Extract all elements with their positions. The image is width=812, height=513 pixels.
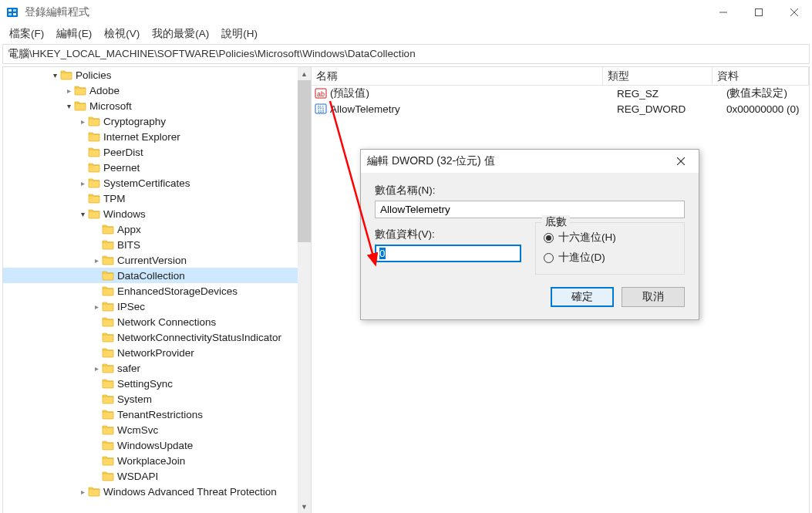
tree-item-label: Microsoft: [89, 100, 136, 112]
tree-item[interactable]: WorkplaceJoin: [3, 453, 298, 468]
radio-hex[interactable]: 十六進位(H): [544, 228, 676, 248]
titlebar: 登錄編輯程式: [0, 0, 812, 25]
tree-item[interactable]: ▸Windows Advanced Threat Protection: [3, 484, 298, 499]
col-type[interactable]: 類型: [603, 67, 713, 85]
tree-item[interactable]: TPM: [3, 191, 298, 206]
folder-icon: [74, 84, 86, 96]
tree-item[interactable]: ▸Cryptography: [3, 113, 298, 129]
tree-item[interactable]: WSDAPI: [3, 468, 298, 484]
tree-item-label: Windows: [103, 208, 150, 220]
chevron-right-icon[interactable]: ▸: [91, 364, 102, 373]
dword-value-icon: 011110: [315, 103, 327, 115]
radio-dec[interactable]: 十進位(D): [544, 248, 676, 268]
chevron-right-icon[interactable]: ▸: [91, 302, 102, 311]
scroll-thumb[interactable]: [298, 80, 311, 242]
tree-item[interactable]: PeerDist: [3, 144, 298, 160]
list-row[interactable]: ab(預設值)REG_SZ(數值未設定): [312, 86, 809, 101]
tree-item[interactable]: ▸SystemCertificates: [3, 175, 298, 191]
menu-edit[interactable]: 編輯(E): [50, 25, 98, 42]
dialog-title: 編輯 DWORD (32-位元) 值: [367, 154, 669, 168]
tree-item[interactable]: ▾Microsoft: [3, 98, 298, 113]
string-value-icon: ab: [315, 87, 327, 100]
tree-item[interactable]: DataCollection: [3, 268, 298, 283]
scroll-down-icon[interactable]: ▼: [298, 500, 311, 513]
col-data[interactable]: 資料: [713, 67, 809, 85]
value-data-input[interactable]: [375, 245, 521, 262]
value-data: (數值未設定): [726, 86, 809, 100]
tree-item[interactable]: WcmSvc: [3, 422, 298, 437]
chevron-down-icon[interactable]: ▾: [77, 210, 88, 218]
tree-item-label: WindowsUpdate: [117, 440, 197, 451]
base-legend: 底數: [542, 215, 570, 229]
tree-item[interactable]: TenantRestrictions: [3, 407, 298, 422]
minimize-button[interactable]: [706, 0, 741, 25]
tree-item[interactable]: WindowsUpdate: [3, 437, 298, 453]
dialog-close-button[interactable]: [669, 150, 692, 173]
tree-item-label: Appx: [117, 224, 146, 235]
maximize-button[interactable]: [741, 0, 777, 25]
tree-item-label: Windows Advanced Threat Protection: [103, 486, 281, 498]
tree-item[interactable]: BITS: [3, 237, 298, 252]
tree-item-label: BITS: [117, 239, 145, 251]
folder-icon: [102, 408, 114, 420]
svg-rect-0: [7, 8, 18, 17]
tree-item[interactable]: ▾Windows: [3, 206, 298, 221]
ok-button[interactable]: 確定: [551, 287, 614, 307]
value-name-input[interactable]: [375, 201, 685, 218]
tree-item[interactable]: ▸IPSec: [3, 299, 298, 314]
chevron-right-icon[interactable]: ▸: [77, 179, 88, 187]
tree-item[interactable]: ▾Policies: [3, 67, 298, 83]
tree-item[interactable]: System: [3, 391, 298, 407]
tree-item[interactable]: EnhancedStorageDevices: [3, 283, 298, 299]
tree-item[interactable]: Internet Explorer: [3, 129, 298, 144]
folder-icon: [102, 300, 114, 312]
chevron-right-icon[interactable]: ▸: [77, 488, 88, 496]
tree-item[interactable]: NetworkProvider: [3, 345, 298, 360]
svg-text:110: 110: [318, 109, 325, 113]
radio-dot-icon: [544, 233, 554, 243]
window-title: 登錄編輯程式: [25, 5, 706, 19]
folder-icon: [102, 316, 114, 328]
dialog-buttons: 確定 取消: [361, 275, 699, 319]
cancel-button[interactable]: 取消: [622, 287, 685, 307]
svg-rect-2: [8, 13, 12, 15]
chevron-down-icon[interactable]: ▾: [49, 71, 60, 79]
tree-vscrollbar[interactable]: ▲ ▼: [298, 67, 311, 513]
scroll-up-icon[interactable]: ▲: [298, 67, 311, 80]
menu-help[interactable]: 說明(H): [215, 25, 264, 42]
close-button[interactable]: [777, 0, 812, 25]
tree-item[interactable]: Appx: [3, 221, 298, 237]
tree-item-label: Cryptography: [103, 116, 170, 127]
tree-item-label: CurrentVersion: [117, 255, 191, 266]
col-name[interactable]: 名稱: [312, 67, 603, 85]
tree-item[interactable]: Network Connections: [3, 314, 298, 329]
tree-item-label: PeerDist: [103, 147, 148, 158]
address-bar[interactable]: 電腦\HKEY_LOCAL_MACHINE\SOFTWARE\Policies\…: [2, 44, 810, 64]
svg-rect-3: [13, 9, 16, 12]
folder-icon: [102, 377, 114, 390]
tree-item[interactable]: Peernet: [3, 160, 298, 175]
tree-item[interactable]: SettingSync: [3, 376, 298, 391]
tree-item[interactable]: NetworkConnectivityStatusIndicator: [3, 329, 298, 345]
folder-icon: [88, 208, 100, 220]
menu-favorites[interactable]: 我的最愛(A): [146, 25, 215, 42]
tree-item[interactable]: ▸Adobe: [3, 83, 298, 98]
menu-view[interactable]: 檢視(V): [98, 25, 146, 42]
chevron-down-icon[interactable]: ▾: [63, 102, 74, 110]
folder-icon: [88, 115, 100, 127]
chevron-right-icon[interactable]: ▸: [77, 117, 88, 126]
menu-file[interactable]: 檔案(F): [3, 25, 50, 42]
list-row[interactable]: 011110AllowTelemetryREG_DWORD0x00000000 …: [312, 101, 809, 116]
chevron-right-icon[interactable]: ▸: [91, 256, 102, 265]
folder-icon: [102, 439, 114, 451]
tree-item[interactable]: ▸safer: [3, 360, 298, 376]
folder-icon: [102, 331, 114, 343]
tree-item[interactable]: ▸CurrentVersion: [3, 252, 298, 268]
folder-icon: [60, 69, 72, 81]
dialog-titlebar[interactable]: 編輯 DWORD (32-位元) 值: [361, 150, 699, 173]
chevron-right-icon[interactable]: ▸: [63, 86, 74, 95]
tree-item-label: DataCollection: [117, 270, 190, 282]
tree-item-label: TenantRestrictions: [117, 409, 207, 420]
folder-icon: [88, 130, 100, 143]
base-group: 底數 十六進位(H) 十進位(D): [535, 222, 685, 275]
